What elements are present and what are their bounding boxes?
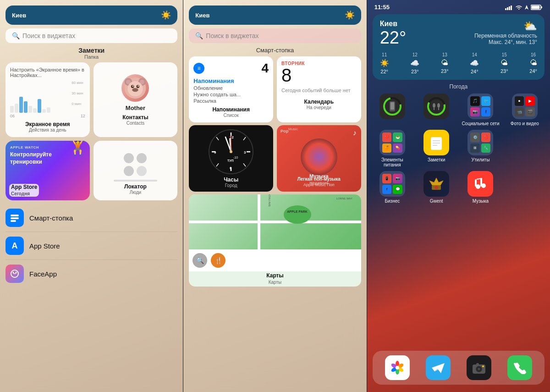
music-sub: Недавние — [280, 181, 358, 185]
music-album-art — [301, 138, 337, 175]
contact-avatar — [121, 74, 149, 102]
svg-rect-41 — [541, 6, 542, 8]
app-fitness-2[interactable] — [417, 94, 456, 126]
right-panel: 11:55 — [367, 0, 550, 392]
analog-clock-svg: 12 3 6 9 ТУП — [208, 129, 254, 175]
appstore-widget[interactable]: APPLE WATCH Контролируйте тренировки 🏋️ … — [6, 141, 90, 200]
list-item-appstore[interactable]: A App Store — [6, 232, 177, 260]
forecast-day-0: 11 ☀️ 22° — [380, 52, 389, 74]
screen-time-widget[interactable]: Настроить «Экранное время» в Настройках.… — [6, 62, 90, 137]
music-card[interactable]: Pop ♪ Music Легкая поп-музыка Apple Musi… — [277, 125, 361, 192]
koala-avatar-svg — [124, 77, 147, 99]
empty-slot-2 — [505, 171, 544, 204]
middle-search-placeholder: Поиск в виджетах — [206, 32, 258, 39]
st-bar — [28, 106, 32, 113]
list-item-faceapp-label: FaceApp — [29, 270, 57, 278]
svg-point-10 — [138, 85, 139, 87]
svg-rect-64 — [480, 178, 482, 187]
maps-search-btn[interactable]: 🔍 — [192, 253, 207, 268]
forecast-day-3: 14 ☁️ 24° — [470, 52, 479, 74]
left-weather-icon: ☀️ — [161, 10, 171, 20]
weather-widget-large[interactable]: Киев 22° ⛅ Переменная облачность Макс. 2… — [373, 14, 544, 80]
svg-rect-12 — [11, 217, 19, 219]
left-search-bar[interactable]: 🔍 Поиск в виджетах — [6, 28, 177, 43]
smart-stack-section: ≡ 4 Напоминания Обновление Нужно создать… — [189, 56, 361, 287]
app-photo-folder[interactable]: ● ▶ 📹 🎬 Фото и видео — [505, 94, 544, 126]
app-fitness-1[interactable] — [373, 94, 412, 126]
status-icons — [505, 5, 543, 10]
notes-app-label: Заметки — [428, 157, 445, 162]
svg-point-15 — [13, 272, 14, 273]
list-item-appstore-label: App Store — [29, 242, 60, 250]
svg-rect-13 — [11, 220, 16, 222]
app-gwent[interactable]: Gwent — [417, 171, 456, 204]
gwent-icon — [424, 171, 449, 197]
photo-folder-icon: ● ▶ 📹 🎬 — [512, 94, 538, 119]
clock-music-row: 12 3 6 9 ТУП — [189, 125, 361, 192]
locator-dots — [124, 153, 147, 176]
reminders-card[interactable]: ≡ 4 Напоминания Обновление Нужно создать… — [189, 56, 273, 122]
svg-rect-36 — [505, 8, 506, 10]
ww-minmax: Макс. 24°, мин. 13° — [474, 39, 537, 45]
cal-sublabel: На очереди — [281, 105, 357, 110]
dock-telegram[interactable] — [426, 355, 451, 380]
wifi-icon — [515, 5, 522, 10]
signal-icon — [505, 5, 513, 10]
app-utils-folder[interactable]: ⚙️ 🔴 ⊞ 🔧 Утилиты — [461, 130, 500, 167]
maps-btn-row: 🔍 🍴 — [189, 249, 361, 271]
left-search-placeholder: Поиск в виджетах — [22, 32, 75, 39]
status-time: 11:55 — [374, 4, 390, 11]
photo-folder-label: Фото и видео — [511, 121, 539, 126]
app-row-1: 🎵 🐦 📷 f Социальные сети ● ▶ 📹 🎬 Фото и в… — [373, 94, 544, 126]
right-panel-content: 11:55 — [367, 0, 550, 392]
appstore-label: App Store Сегодня — [9, 184, 39, 197]
st-x-labels: 06 12 — [10, 114, 85, 118]
contacts-widget[interactable]: Mother Контакты Contacts — [94, 62, 178, 137]
app-food-folder[interactable]: ❤️ 🥗 🍊 💊 Элементы питания — [373, 130, 412, 167]
dock-camera[interactable] — [467, 355, 491, 380]
svg-rect-38 — [509, 6, 510, 10]
smart-stack-title: Смарт-стопка — [183, 47, 366, 54]
dock-photos[interactable] — [385, 355, 410, 380]
fitness-icon-2 — [424, 94, 449, 119]
svg-rect-42 — [531, 6, 539, 9]
rem-count: 4 — [261, 61, 269, 76]
ww-temp: 22° — [380, 28, 406, 48]
svg-rect-39 — [511, 6, 512, 10]
middle-search-bar[interactable]: 🔍 Поиск в виджетах — [189, 28, 361, 43]
svg-marker-59 — [429, 178, 443, 185]
music-label: Музыка — [280, 173, 358, 179]
app-music[interactable]: Музыка — [461, 171, 500, 204]
social-folder-label: Социальные сети — [462, 121, 499, 126]
screen-time-label: Экранное время — [10, 121, 85, 127]
locator-widget[interactable]: Локатор Люди — [94, 141, 178, 200]
app-social-folder[interactable]: 🎵 🐦 📷 f Социальные сети — [461, 94, 500, 126]
calendar-card[interactable]: ВТОРНИК 8 Сегодня событий больше нет Кал… — [277, 56, 361, 122]
middle-weather-icon: ☀️ — [345, 10, 355, 20]
ww-desc: Переменная облачность — [474, 33, 537, 39]
dock-phone[interactable] — [507, 355, 532, 380]
contacts-label: Контакты — [122, 114, 148, 121]
left-panel-content: Киев ☀️ 🔍 Поиск в виджетах Заметки Папка… — [0, 0, 183, 392]
list-item-smartstack[interactable]: Смарт-стопка — [6, 204, 177, 232]
screen-time-sublabel: Действия за день — [10, 127, 85, 133]
svg-rect-11 — [11, 215, 19, 216]
clock-card[interactable]: 12 3 6 9 ТУП — [189, 125, 273, 192]
middle-city-label: Киев — [195, 12, 209, 19]
app-row-2: ❤️ 🥗 🍊 💊 Элементы питания За — [373, 130, 544, 167]
maps-card[interactable]: APPLE PARK TANTAU AVE LORNE WAY 🔍 🍴 Карт… — [189, 194, 361, 287]
forecast-day-2: 13 🌤 23° — [441, 52, 449, 74]
maps-food-btn[interactable]: 🍴 — [211, 253, 226, 268]
social-folder-icon: 🎵 🐦 📷 f — [468, 94, 493, 119]
svg-text:-10: -10 — [233, 156, 238, 159]
list-item-faceapp[interactable]: FaceApp — [6, 260, 177, 287]
app-notes[interactable]: Заметки — [417, 130, 456, 167]
middle-weather-header: Киев ☀️ — [189, 6, 361, 25]
gwent-label: Gwent — [430, 199, 443, 204]
smartstack-icon — [6, 209, 24, 227]
app-business-folder[interactable]: 📱 📷 f 💬 Бизнес — [373, 171, 412, 204]
left-panel: Киев ☀️ 🔍 Поиск в виджетах Заметки Папка… — [0, 0, 183, 392]
svg-point-6 — [132, 88, 138, 92]
notes-folder-sublabel: Папка — [0, 54, 183, 60]
st-bar — [10, 106, 14, 113]
